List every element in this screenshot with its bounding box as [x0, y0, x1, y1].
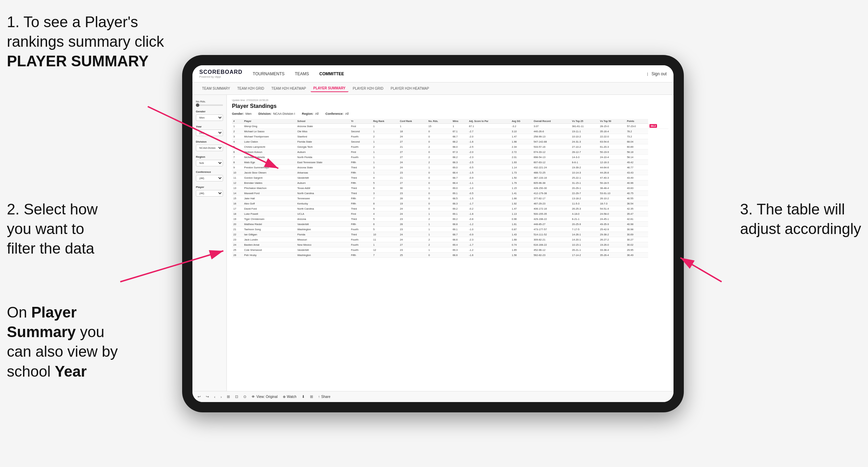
col-no-rds: No. Rds.	[427, 119, 451, 124]
slider-thumb	[196, 103, 199, 107]
table-cell: 377-82-17	[532, 196, 571, 201]
table-cell: Phichaksn Maichon	[243, 186, 296, 191]
col-rank: #	[232, 119, 243, 124]
table-cell: First	[349, 149, 372, 155]
table-row: 25Cole SherwoodVanderbiltFourth1223169.3…	[232, 247, 668, 253]
table-cell: 440-26-6	[532, 129, 571, 134]
share-button[interactable]: ↑ Share	[318, 395, 331, 399]
division-select[interactable]: NCAA Division I	[196, 145, 223, 151]
table-cell: 35.47	[625, 211, 648, 216]
table-row: 10Jacob Skov OlesenArkansasFifth123068.4…	[232, 170, 668, 175]
year-select[interactable]: (All)	[196, 130, 223, 136]
table-cell: Vanderbilt	[296, 247, 349, 253]
table-cell: Fourth	[349, 155, 372, 160]
nav-item-teams[interactable]: TEAMS	[295, 70, 309, 78]
table-cell: 14-26-1	[571, 232, 599, 237]
grid-icon[interactable]: ⊞	[310, 394, 313, 399]
table-cell: 15	[427, 124, 451, 129]
table-cell: 2.72	[510, 149, 532, 155]
table-cell: 1	[451, 124, 468, 129]
table-cell: 0	[427, 201, 451, 206]
table-body: 1Wenyi DingArizona StateFirst1115167.1-3…	[232, 124, 668, 258]
table-cell: 452-96-12	[532, 247, 571, 253]
settings-icon[interactable]: ⊙	[243, 394, 246, 399]
sign-out-link[interactable]: Sign out	[652, 70, 667, 78]
table-cell: 21	[232, 227, 243, 232]
table-cell: 488-72-25	[532, 170, 571, 175]
table-cell: 0	[427, 206, 451, 211]
sub-nav-player-h2h-grid[interactable]: PLAYER H2H GRID	[350, 85, 386, 92]
table-cell: -1.6	[468, 253, 510, 258]
table-cell: 18-7-3	[599, 201, 625, 206]
table-cell: 1.43	[510, 232, 532, 237]
table-cell: 26-27-2	[599, 237, 625, 242]
nav-item-tournaments[interactable]: TOURNAMENTS	[253, 70, 285, 78]
sub-nav-team-summary[interactable]: TEAM SUMMARY	[199, 85, 233, 92]
copy-icon[interactable]: ⊞	[227, 394, 230, 399]
col-conf-rank: Conf Rank	[399, 119, 427, 124]
eye-icon: 👁	[252, 395, 255, 399]
sub-nav-team-h2h-grid[interactable]: TEAM H2H GRID	[235, 85, 267, 92]
table-cell: -1.7	[468, 242, 510, 247]
table-cell: 607-63-12	[532, 160, 571, 165]
table-cell: 35-16-4	[599, 129, 625, 134]
table-cell: Maxwell Ford	[243, 191, 296, 196]
view-original[interactable]: 👁 View: Original	[252, 395, 278, 399]
no-rids-slider[interactable]	[196, 104, 223, 106]
table-cell: 10-15-1	[571, 242, 599, 247]
nav-item-committee[interactable]: COMMITTEE	[319, 70, 344, 78]
table-cell: 42.35	[625, 206, 648, 211]
forward-icon[interactable]: ›	[221, 395, 222, 399]
paste-icon[interactable]: ⊡	[235, 394, 238, 399]
region-select[interactable]: N/A	[196, 160, 223, 166]
col-player: Player	[243, 119, 296, 124]
table-cell: Luke Powell	[243, 211, 296, 216]
filter-conference-label: Conference:	[325, 112, 344, 115]
logo-text: SCOREBOARD	[199, 69, 243, 75]
table-cell: 68.3	[451, 160, 468, 165]
table-cell: 69.2	[451, 216, 468, 222]
conference-select[interactable]: (All)	[196, 175, 223, 181]
table-cell: 19	[399, 201, 427, 206]
table-cell: 68.2	[451, 155, 468, 160]
table-cell: Stanford	[296, 134, 349, 139]
back-icon[interactable]: ‹	[214, 395, 215, 399]
redo-icon[interactable]: ↪	[206, 394, 209, 399]
table-cell: Mats Ege	[243, 160, 296, 165]
table-cell: 19-11-1	[571, 129, 599, 134]
gender-select[interactable]: Men	[196, 114, 223, 121]
table-cell: 30.69	[625, 232, 648, 237]
watch-button[interactable]: ⊕ Watch	[283, 395, 297, 399]
table-cell: 309-82-21	[532, 237, 571, 242]
filter-conference-value: All	[345, 112, 349, 115]
table-cell: 448-85-27	[532, 222, 571, 227]
sub-nav-player-summary[interactable]: PLAYER SUMMARY	[311, 85, 348, 92]
table-cell: 68.5	[451, 196, 468, 201]
table-cell: 69.1	[451, 191, 468, 196]
player-select[interactable]: (All)	[196, 190, 223, 197]
table-cell: 61-20-3	[599, 144, 625, 149]
table-cell: 12	[372, 247, 399, 253]
table-cell: Brendan Valdes	[243, 180, 296, 186]
table-cell: 7	[232, 155, 243, 160]
table-cell: 1	[399, 124, 427, 129]
sub-nav-team-h2h-heatmap[interactable]: TEAM H2H HEATMAP	[269, 85, 309, 92]
download-icon[interactable]: ⬇	[302, 394, 305, 399]
table-cell: 24	[399, 206, 427, 211]
table-cell: -0.8	[468, 216, 510, 222]
table-cell: 38-48-4	[599, 186, 625, 191]
update-time: Update time: 27/03/2024 16:56:26	[232, 99, 668, 101]
sub-nav-player-h2h-heatmap[interactable]: PLAYER H2H HEATMAP	[388, 85, 432, 92]
table-cell: 1.50	[510, 175, 532, 180]
table-cell: 28	[399, 222, 427, 227]
table-cell: 0	[427, 191, 451, 196]
undo-icon[interactable]: ↩	[198, 394, 201, 399]
table-cell: 2	[372, 134, 399, 139]
table-cell: 7	[372, 196, 399, 201]
table-cell: Fourth	[349, 227, 372, 232]
filter-region-label: Region:	[302, 112, 314, 115]
table-cell: Jake Hall	[243, 196, 296, 201]
table-cell: Second	[349, 139, 372, 144]
table-cell: 17	[232, 206, 243, 211]
table-cell: 8-6-1	[571, 160, 599, 165]
